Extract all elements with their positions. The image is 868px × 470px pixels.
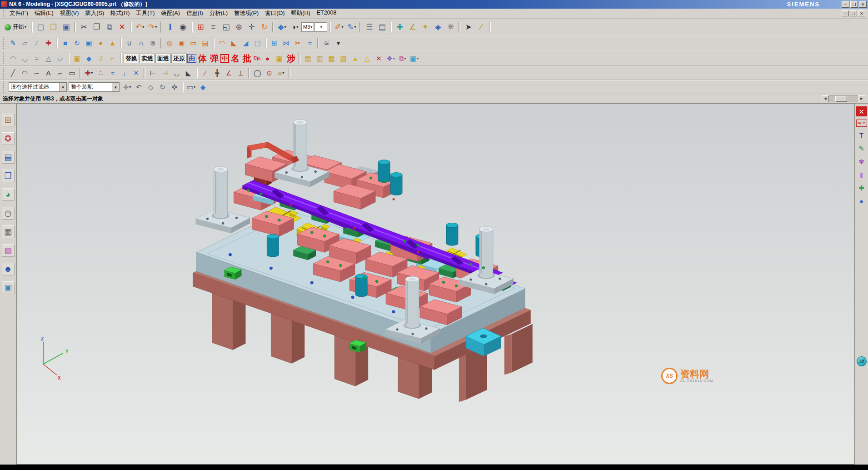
- face-transparent-button[interactable]: 面透: [155, 54, 171, 63]
- measure-ruler-icon[interactable]: ∕: [475, 21, 487, 33]
- chamfer-curve-icon[interactable]: ◣: [183, 67, 194, 79]
- trim-body-icon[interactable]: ✂: [292, 37, 304, 49]
- name-button[interactable]: 名: [229, 53, 241, 64]
- work-cube-icon[interactable]: ◇: [145, 81, 156, 93]
- angle-dim-icon[interactable]: ∠: [223, 67, 234, 79]
- save-icon[interactable]: ▣: [60, 21, 72, 33]
- menu-edit[interactable]: 编辑(E): [31, 9, 57, 18]
- block-icon[interactable]: ▣: [83, 37, 95, 49]
- rectangle-select-icon[interactable]: ▭: [185, 81, 197, 93]
- arc-icon[interactable]: ◠: [19, 67, 30, 79]
- constraint-navigator-icon[interactable]: ✪: [2, 132, 15, 145]
- info-icon[interactable]: ℹ: [164, 21, 176, 33]
- shaded-cube-icon[interactable]: ◆: [197, 81, 209, 93]
- sphere-tool-icon[interactable]: ●: [856, 196, 867, 206]
- view-blank-button[interactable]: [314, 22, 327, 32]
- pattern-feature-icon[interactable]: ⊞: [269, 37, 280, 49]
- solid-transparent-button[interactable]: 实透: [140, 54, 155, 63]
- replace-button[interactable]: 替换: [124, 54, 139, 63]
- sew-icon[interactable]: ≈: [304, 37, 315, 49]
- internet-explorer-icon[interactable]: ▣: [2, 281, 15, 294]
- hd3d-tools-icon[interactable]: ◕: [2, 188, 15, 201]
- menu-et2008[interactable]: ET2008: [314, 9, 340, 18]
- assembly-navigator-icon[interactable]: ⊞: [2, 114, 15, 126]
- mold-box-icon[interactable]: ▣: [71, 53, 83, 64]
- render-style-icon[interactable]: ◑: [289, 21, 301, 33]
- hole-icon[interactable]: ◎: [164, 37, 175, 49]
- add-tool-icon[interactable]: ✚: [856, 183, 867, 193]
- edge-blend-icon[interactable]: ◠: [216, 37, 228, 49]
- selection-scope-dropdown[interactable]: 整个装配 ▾: [69, 82, 120, 92]
- copy-icon[interactable]: ❐: [90, 21, 103, 33]
- annotation-pencil-icon[interactable]: ✎: [856, 143, 867, 153]
- you-button[interactable]: 由: [187, 54, 196, 63]
- mold-warn-icon[interactable]: △: [361, 53, 373, 64]
- close-panel-icon[interactable]: ✕: [856, 106, 867, 116]
- fillet-curve-icon[interactable]: ◡: [171, 67, 182, 79]
- project-curve-icon[interactable]: ↓: [119, 67, 130, 79]
- chevron-down-icon[interactable]: ▾: [112, 83, 119, 91]
- datum-axis-icon[interactable]: ∕: [31, 37, 42, 49]
- line-icon[interactable]: ╱: [7, 67, 19, 79]
- body-button[interactable]: 体: [197, 53, 208, 64]
- zoom-in-out-icon[interactable]: ⊕: [233, 21, 245, 33]
- find-binoculars-icon[interactable]: ◉: [177, 21, 189, 33]
- profile-icon[interactable]: ⌐: [55, 67, 66, 79]
- doc-minimize-button[interactable]: ─: [842, 10, 849, 16]
- perpendicular-icon[interactable]: ⊥: [235, 67, 246, 79]
- mold-angle-icon[interactable]: ▲: [349, 53, 361, 64]
- offset-curve-icon[interactable]: ≈: [107, 67, 118, 79]
- palette-icon[interactable]: ▨: [2, 244, 15, 257]
- selection-filter-dropdown[interactable]: 没有选择过滤器 ▾: [9, 82, 67, 92]
- select-arrow-icon[interactable]: ➤: [462, 21, 474, 33]
- point-set-icon[interactable]: ∴: [95, 67, 106, 79]
- key-palette-icon[interactable]: KEY: [856, 120, 867, 127]
- mold-plate-1-icon[interactable]: ▤: [302, 53, 314, 64]
- roles-icon[interactable]: ☻: [2, 263, 15, 275]
- new-file-icon[interactable]: ▢: [35, 21, 47, 33]
- system-materials-icon[interactable]: ▦: [2, 225, 15, 238]
- through-curves-icon[interactable]: ≈: [31, 53, 42, 64]
- zoom-box-icon[interactable]: ◱: [220, 21, 232, 33]
- center-button[interactable]: 中: [220, 54, 229, 63]
- sample-tube-icon[interactable]: ▮: [856, 170, 867, 180]
- unite-icon[interactable]: ∪: [124, 37, 135, 49]
- swept-surface-icon[interactable]: ◠: [7, 53, 19, 64]
- circle-center-icon[interactable]: ⊙: [264, 67, 275, 79]
- menu-tools[interactable]: 工具(T): [133, 9, 158, 18]
- constraint-angle-icon[interactable]: ∠: [406, 21, 419, 33]
- maximize-button[interactable]: ❐: [850, 1, 858, 8]
- scroll-thumb[interactable]: [835, 96, 847, 102]
- menu-window[interactable]: 窗口(O): [262, 9, 288, 18]
- chamfer-icon[interactable]: ◣: [228, 37, 239, 49]
- menu-view[interactable]: 视图(V): [57, 9, 82, 18]
- circle-icon[interactable]: ◯: [252, 67, 263, 79]
- mold-plate-3-icon[interactable]: ▦: [326, 53, 337, 64]
- ellipse-icon[interactable]: ○: [275, 67, 287, 79]
- rectangle-icon[interactable]: ▭: [66, 67, 78, 79]
- red-ball-icon[interactable]: ●: [262, 53, 273, 64]
- doc-close-button[interactable]: ✕: [858, 10, 865, 16]
- quick-trim-icon[interactable]: ∕: [200, 67, 211, 79]
- spline-icon[interactable]: ∼: [31, 67, 42, 79]
- menu-file[interactable]: 文件(F): [6, 9, 31, 18]
- move-object-icon[interactable]: ✐: [333, 21, 345, 33]
- sketch-icon[interactable]: ✎: [7, 37, 19, 49]
- menu-format[interactable]: 格式(R): [107, 9, 133, 18]
- bounded-plane-icon[interactable]: ▱: [55, 53, 66, 64]
- rotate-view-icon[interactable]: ↻: [258, 21, 270, 33]
- minimize-button[interactable]: ─: [842, 1, 849, 8]
- material-balls-icon[interactable]: ✾: [856, 156, 867, 166]
- touch-grid-icon[interactable]: ⊞: [195, 21, 207, 33]
- mold-group-icon[interactable]: ❖: [385, 53, 396, 64]
- cylinder-icon[interactable]: ●: [95, 37, 106, 49]
- cp-button[interactable]: Cp.: [253, 53, 261, 64]
- menu-preferences[interactable]: 首选项(P): [231, 9, 262, 18]
- key-icon[interactable]: ✦: [419, 21, 431, 33]
- pocket-icon[interactable]: ▭: [188, 37, 199, 49]
- scroll-right-button[interactable]: ▶: [858, 95, 865, 102]
- quick-extend-icon[interactable]: ╋: [211, 67, 223, 79]
- start-button[interactable]: 开始: [2, 21, 29, 33]
- menu-information[interactable]: 信息(I): [183, 9, 206, 18]
- view-m3-button[interactable]: M3: [301, 22, 314, 32]
